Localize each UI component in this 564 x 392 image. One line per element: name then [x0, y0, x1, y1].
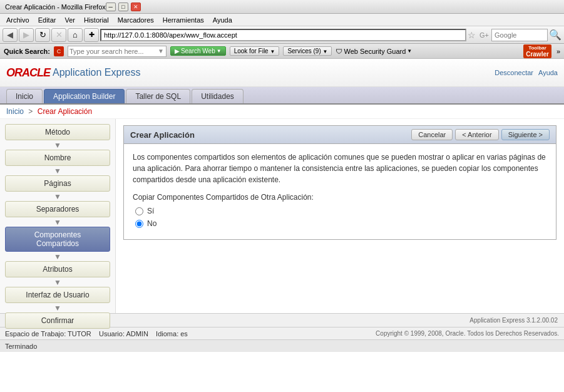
sidebar-item-paginas[interactable]: Páginas [5, 175, 110, 192]
cancel-button[interactable]: Cancelar [411, 129, 453, 140]
radio-si-label[interactable]: Sí [135, 207, 547, 215]
user-label: Usuario: ADMIN [99, 330, 148, 338]
toolbar-expand-icon[interactable]: » [556, 48, 560, 55]
radio-no-input[interactable] [135, 220, 143, 228]
quick-search-input[interactable] [68, 48, 156, 55]
sidebar-arrow-7: ▼ [5, 304, 110, 312]
breadcrumb-separator: > [28, 107, 33, 116]
disconnect-link[interactable]: Desconectar [495, 69, 533, 76]
close-button[interactable]: ✕ [131, 3, 141, 11]
quick-search-bar: Quick Search: C ▼ ▶ Search Web ▼ Look fo… [0, 44, 564, 59]
search-bar[interactable] [491, 29, 548, 41]
radio-si-input[interactable] [135, 207, 143, 215]
sidebar-arrow-3: ▼ [5, 193, 110, 200]
browser-titlebar: Crear Aplicación - Mozilla Firefox ─ □ ✕ [0, 0, 564, 14]
maximize-button[interactable]: □ [118, 3, 128, 11]
search-web-button[interactable]: ▶ Search Web ▼ [170, 46, 226, 56]
look-for-file-button[interactable]: Look for File ▼ [230, 46, 280, 56]
menu-editar[interactable]: Editar [34, 16, 60, 24]
reload-button[interactable]: ↻ [35, 28, 50, 42]
prev-button[interactable]: < Anterior [455, 129, 498, 140]
forward-button[interactable]: ▶ [19, 28, 34, 42]
copyright-info: Copyright © 1999, 2008, Oracle. Todos lo… [376, 330, 559, 337]
breadcrumb: Inicio > Crear Aplicación [0, 105, 564, 119]
oracle-logo: ORACLE [6, 66, 50, 80]
dropdown-icon: ▼ [323, 49, 328, 54]
sidebar-item-interfaz[interactable]: Interfaz de Usuario [5, 287, 110, 303]
sidebar-item-confirmar[interactable]: Confirmar [5, 312, 110, 329]
radio-si-text: Sí [147, 207, 154, 215]
help-link[interactable]: Ayuda [538, 69, 558, 76]
search-engine-label: G+ [479, 31, 489, 39]
sidebar-item-atributos[interactable]: Atributos [5, 261, 110, 277]
dropdown-icon: ▼ [217, 48, 222, 54]
breadcrumb-current: Crear Aplicación [38, 107, 92, 116]
browser-title: Crear Aplicación - Mozilla Firefox [5, 3, 106, 11]
apex-title: Application Express [53, 67, 141, 78]
search-dropdown-icon[interactable]: ▼ [156, 48, 166, 54]
sidebar-arrow-2: ▼ [5, 167, 110, 175]
minimize-button[interactable]: ─ [106, 3, 116, 11]
new-tab-button[interactable]: ✚ [84, 28, 99, 42]
sidebar-item-componentes[interactable]: Componentes Compartidos [5, 227, 110, 252]
menu-ayuda[interactable]: Ayuda [209, 16, 236, 24]
content-area: Crear Aplicación Cancelar < Anterior Sig… [116, 119, 564, 313]
radio-no-label[interactable]: No [135, 219, 547, 228]
sidebar-arrow-1: ▼ [5, 142, 110, 149]
panel-body: Los componentes compartidos son elemento… [124, 144, 556, 239]
bookmark-star-icon[interactable]: ☆ [468, 30, 476, 40]
services-button[interactable]: Services (9) ▼ [283, 46, 332, 56]
menu-marcadores[interactable]: Marcadores [114, 16, 158, 24]
search-magnifier-icon[interactable]: 🔍 [549, 29, 561, 41]
menu-ver[interactable]: Ver [61, 16, 79, 24]
menu-archivo[interactable]: Archivo [3, 16, 33, 24]
nav-bar: ◀ ▶ ↻ ✕ ⌂ ✚ ☆ G+ 🔍 [0, 26, 564, 44]
dropdown-icon: ▼ [407, 48, 412, 54]
search-icon: C [54, 46, 64, 56]
tab-inicio[interactable]: Inicio [6, 89, 43, 103]
stop-button[interactable]: ✕ [51, 28, 66, 42]
home-button[interactable]: ⌂ [68, 28, 83, 42]
sidebar-item-separadores[interactable]: Separadores [5, 201, 110, 217]
back-button[interactable]: ◀ [3, 28, 18, 42]
nav-tabs: Inicio Application Builder Taller de SQL… [0, 87, 564, 105]
breadcrumb-home[interactable]: Inicio [6, 107, 24, 116]
sidebar-item-nombre[interactable]: Nombre [5, 150, 110, 166]
window-controls: ─ □ ✕ [106, 3, 141, 11]
tab-app-builder[interactable]: Application Builder [44, 89, 125, 103]
radio-no-text: No [147, 219, 156, 228]
browser-status-bar: Terminado [0, 339, 564, 352]
workspace-status-bar: Espacio de Trabajo: TUTOR Usuario: ADMIN… [0, 327, 564, 339]
panel-header: Crear Aplicación Cancelar < Anterior Sig… [124, 126, 556, 144]
apex-header: ORACLE Application Express Desconectar A… [0, 59, 564, 87]
tab-sql-workshop[interactable]: Taller de SQL [126, 89, 190, 103]
menu-historial[interactable]: Historial [80, 16, 113, 24]
sidebar-item-metodo[interactable]: Método [5, 124, 110, 140]
sidebar: Método ▼ Nombre ▼ Páginas ▼ Separadores … [0, 119, 116, 313]
url-input[interactable] [104, 31, 463, 39]
main-content: Método ▼ Nombre ▼ Páginas ▼ Separadores … [0, 119, 564, 313]
tab-utilities[interactable]: Utilidades [192, 89, 244, 103]
apex-header-links: Desconectar Ayuda [495, 69, 558, 76]
sidebar-arrow-5: ▼ [5, 253, 110, 260]
crawler-logo: Toolbar Crawler [523, 44, 551, 58]
shield-icon: 🛡 [336, 48, 342, 55]
next-button[interactable]: Siguiente > [501, 129, 550, 140]
address-bar[interactable] [100, 29, 466, 41]
quick-search-label: Quick Search: [4, 48, 50, 55]
web-security-guard[interactable]: 🛡 Web Security Guard ▼ [336, 48, 412, 55]
menu-herramientas[interactable]: Herramientas [159, 16, 208, 24]
sidebar-arrow-4: ▼ [5, 219, 110, 226]
description-text: Los componentes compartidos son elemento… [133, 152, 547, 185]
google-search-input[interactable] [495, 31, 545, 39]
content-panel: Crear Aplicación Cancelar < Anterior Sig… [123, 125, 556, 240]
sidebar-arrow-6: ▼ [5, 279, 110, 286]
workspace-info: Espacio de Trabajo: TUTOR Usuario: ADMIN… [5, 330, 188, 338]
menu-bar: Archivo Editar Ver Historial Marcadores … [0, 14, 564, 26]
panel-buttons: Cancelar < Anterior Siguiente > [411, 129, 550, 140]
quick-search-input-wrap[interactable]: ▼ [68, 46, 167, 57]
language-label: Idioma: es [156, 330, 188, 338]
dropdown-icon: ▼ [270, 49, 275, 54]
workspace-label: Espacio de Trabajo: TUTOR [5, 330, 91, 338]
status-text: Terminado [5, 343, 37, 350]
